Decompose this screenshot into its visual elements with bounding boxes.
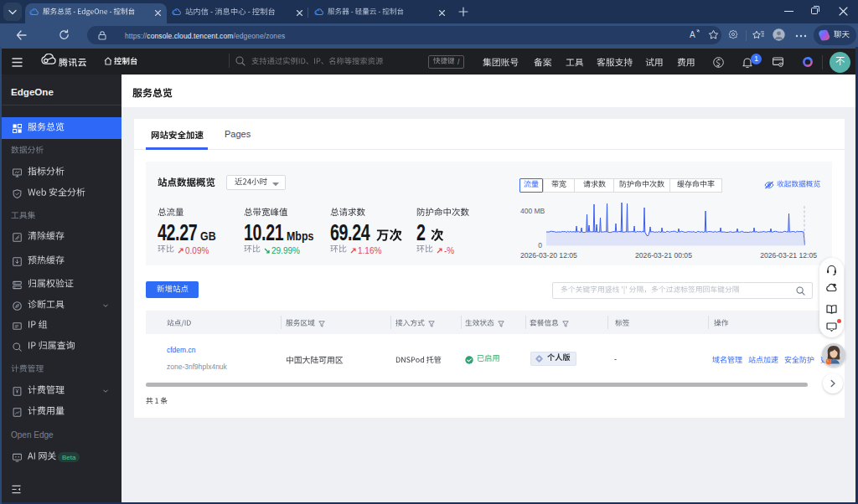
svg-text:2026-03-21 12:05: 2026-03-21 12:05 (760, 251, 817, 260)
svg-text:400 MB: 400 MB (520, 207, 545, 215)
svg-text:0: 0 (538, 241, 542, 249)
svg-text:2026-03-21 00:05: 2026-03-21 00:05 (635, 251, 692, 260)
svg-text:A: A (690, 30, 695, 39)
svg-text:2026-03-20 12:05: 2026-03-20 12:05 (520, 251, 577, 260)
svg-text:IP: IP (14, 323, 18, 328)
